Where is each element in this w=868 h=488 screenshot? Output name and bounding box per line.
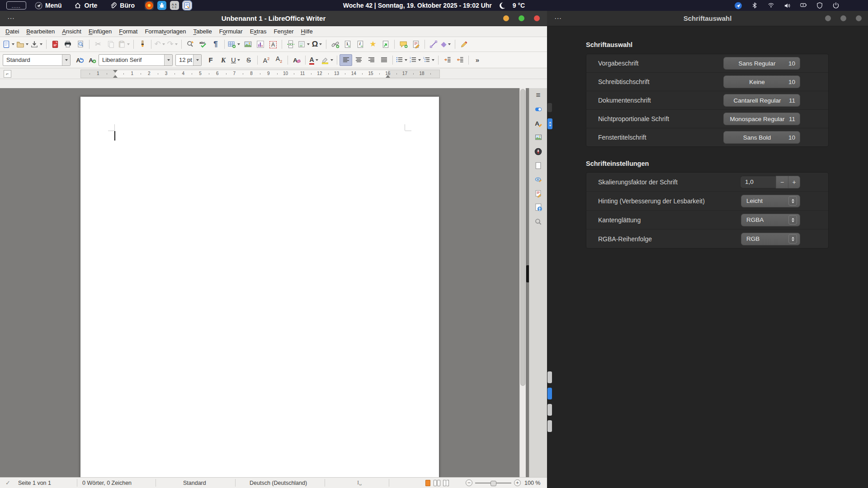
- zoom-in-button[interactable]: +: [514, 479, 521, 486]
- package-app-launcher[interactable]: [157, 1, 166, 10]
- font-name-combo[interactable]: Liberation Serif: [99, 54, 173, 66]
- dropdown-arrow-icon[interactable]: [418, 59, 421, 61]
- sidebar-tab-style-inspector[interactable]: [532, 174, 544, 185]
- outline-list-button[interactable]: 1: [422, 54, 436, 66]
- menu-button[interactable]: Menü: [31, 0, 66, 11]
- decrease-scaling-button[interactable]: −: [776, 176, 788, 188]
- combo-arrow-icon[interactable]: [193, 55, 201, 66]
- menu-hilfe[interactable]: Hilfe: [297, 27, 316, 36]
- word-count-status[interactable]: 0 Wörter, 0 Zeichen: [82, 478, 132, 488]
- font-chooser-button[interactable]: Sans Regular 10: [723, 57, 800, 70]
- tab-stop-selector[interactable]: ⌐: [4, 70, 11, 78]
- insert-textbox-button[interactable]: A: [267, 38, 279, 50]
- menu-formatvorlagen[interactable]: Formatvorlagen: [141, 27, 189, 36]
- font-color-button[interactable]: A: [308, 54, 321, 66]
- battery-tray-icon[interactable]: [799, 1, 807, 9]
- zoom-slider[interactable]: [475, 483, 511, 483]
- left-indent-marker[interactable]: [113, 75, 118, 78]
- writer-app-launcher[interactable]: [183, 1, 192, 10]
- undo-button[interactable]: ↶: [154, 38, 166, 50]
- wifi-tray-icon[interactable]: [767, 1, 775, 9]
- language-status[interactable]: Deutsch (Deutschland): [250, 478, 307, 488]
- vertical-scrollbar[interactable]: [519, 88, 526, 478]
- left-indent-marker[interactable]: [113, 70, 118, 73]
- dropdown-arrow-icon[interactable]: [175, 43, 178, 45]
- track-changes-button[interactable]: [410, 38, 422, 50]
- dropdown-arrow-icon[interactable]: [237, 43, 240, 45]
- new-style-button[interactable]: A: [86, 54, 99, 66]
- menu-bearbeiten[interactable]: Bearbeiten: [23, 27, 58, 36]
- align-center-button[interactable]: [352, 54, 365, 66]
- bullet-list-button[interactable]: [395, 54, 409, 66]
- subscript-button[interactable]: A2: [273, 54, 285, 66]
- fontwin-minimize-button[interactable]: [825, 15, 831, 21]
- combo-arrow-icon[interactable]: [62, 55, 70, 66]
- update-style-button[interactable]: A: [73, 54, 86, 66]
- clock[interactable]: Woche 42 | Sonntag, 19. Oktober 2025 - 1…: [343, 2, 492, 9]
- paragraph-style-combo[interactable]: Standard: [3, 54, 71, 66]
- find-replace-button[interactable]: [184, 38, 197, 50]
- page-style-status[interactable]: Standard: [183, 478, 206, 488]
- insert-cross-reference-button[interactable]: [379, 38, 392, 50]
- align-right-button[interactable]: [365, 54, 377, 66]
- insert-line-button[interactable]: [427, 38, 440, 50]
- menu-fenster[interactable]: Fenster: [270, 27, 297, 36]
- page-number-status[interactable]: Seite 1 von 1: [18, 478, 51, 488]
- menu-format[interactable]: Format: [115, 27, 141, 36]
- dropdown-arrow-icon[interactable]: [40, 43, 42, 45]
- menu-datei[interactable]: Datei: [2, 27, 23, 36]
- combo-arrow-icon[interactable]: [164, 55, 172, 66]
- export-pdf-button[interactable]: [49, 38, 61, 50]
- dropdown-arrow-icon[interactable]: [330, 59, 333, 61]
- sidebar-tab-navigator[interactable]: [532, 146, 544, 157]
- dropdown-arrow-icon[interactable]: [405, 59, 407, 61]
- menu-einfügen[interactable]: Einfügen: [85, 27, 115, 36]
- special-character-button[interactable]: Ω: [311, 38, 324, 50]
- dropdown-arrow-icon[interactable]: [237, 59, 240, 61]
- print-button[interactable]: [61, 38, 74, 50]
- writer-close-button[interactable]: [534, 15, 540, 21]
- cut-button[interactable]: ✂: [92, 38, 104, 50]
- toolbar-overflow-button[interactable]: »: [471, 54, 484, 66]
- sidebar-tab-styles[interactable]: A: [532, 118, 544, 129]
- multi-page-view-button[interactable]: [433, 479, 440, 487]
- font-chooser-button[interactable]: Sans Bold 10: [723, 131, 800, 144]
- writer-maximize-button[interactable]: [519, 15, 524, 21]
- insert-field-button[interactable]: [297, 38, 311, 50]
- power-tray-icon[interactable]: [832, 1, 840, 9]
- dropdown-arrow-icon[interactable]: [26, 43, 28, 45]
- setting-dropdown[interactable]: RGB: [741, 233, 800, 245]
- open-folder-button[interactable]: [16, 38, 30, 50]
- fontwin-maximize-button[interactable]: [840, 15, 846, 21]
- highlight-color-button[interactable]: [321, 54, 335, 66]
- insert-image-button[interactable]: [241, 38, 254, 50]
- menu-formular[interactable]: Formular: [216, 27, 246, 36]
- window-picker-button[interactable]: ·····: [6, 1, 26, 9]
- dropdown-arrow-icon[interactable]: [448, 43, 451, 45]
- fonts-app-launcher[interactable]: AAAG: [170, 1, 179, 10]
- insert-comment-button[interactable]: [397, 38, 410, 50]
- book-view-button[interactable]: [442, 479, 449, 487]
- align-justify-button[interactable]: [377, 54, 390, 66]
- copy-button[interactable]: [104, 38, 117, 50]
- sidebar-tab-find[interactable]: [532, 216, 544, 227]
- document-area[interactable]: ≡A: [0, 88, 547, 478]
- firefox-launcher[interactable]: [145, 1, 154, 10]
- font-chooser-button[interactable]: Monospace Regular 11: [723, 113, 800, 125]
- insert-bookmark-button[interactable]: ★: [367, 38, 379, 50]
- menu-tabelle[interactable]: Tabelle: [189, 27, 215, 36]
- new-document-button[interactable]: [2, 38, 16, 50]
- dropdown-arrow-icon[interactable]: [319, 43, 322, 45]
- font-chooser-button[interactable]: Keine 10: [723, 75, 800, 88]
- sidebar-tab-properties[interactable]: [532, 104, 544, 115]
- fontwin-close-button[interactable]: [856, 15, 862, 21]
- setting-dropdown[interactable]: Leicht: [741, 195, 800, 207]
- temperature[interactable]: 9 °C: [513, 2, 525, 9]
- zoom-slider-thumb[interactable]: [491, 481, 496, 486]
- underline-button[interactable]: U: [230, 54, 242, 66]
- scaling-factor-value[interactable]: 1,0: [740, 176, 776, 188]
- dropdown-arrow-icon[interactable]: [12, 43, 14, 45]
- dropdown-arrow-icon[interactable]: [432, 59, 434, 61]
- menu-extras[interactable]: Extras: [246, 27, 270, 36]
- shield-tray-icon[interactable]: [816, 1, 824, 9]
